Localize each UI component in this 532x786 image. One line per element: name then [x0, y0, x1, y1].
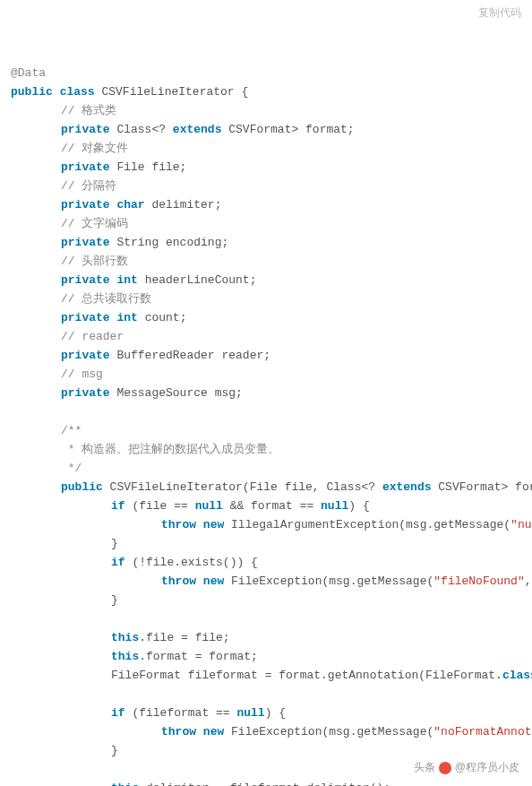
code-line: if (!file.exists()) {: [11, 553, 521, 572]
code-line: throw new FileException(msg.getMessage("…: [11, 722, 521, 741]
code-line: [11, 685, 521, 704]
watermark-prefix: 头条: [414, 758, 435, 777]
code-line: // msg: [11, 365, 521, 384]
code-line: // 文字编码: [11, 214, 521, 233]
code-line: private int count;: [11, 308, 521, 327]
code-line: FileFormat fileformat = format.getAnnota…: [11, 666, 521, 685]
code-line: private char delimiter;: [11, 195, 521, 214]
code-line: this.format = format;: [11, 647, 521, 666]
code-line: @Data: [11, 64, 521, 82]
code-line: // 头部行数: [11, 252, 521, 271]
code-line: [11, 402, 521, 421]
code-line: this.delimiter = fileformat.delimiter();: [11, 779, 521, 786]
code-line: // 格式类: [11, 101, 521, 120]
code-line: // reader: [11, 327, 521, 346]
code-line: * 构造器。把注解的数据代入成员变量。: [11, 440, 521, 459]
code-lines-container: @Datapublic class CSVFileLineIterator {/…: [11, 64, 521, 786]
code-line: throw new IllegalArgumentException(msg.g…: [11, 515, 521, 534]
code-line: // 总共读取行数: [11, 289, 521, 308]
code-line: }: [11, 741, 521, 760]
code-line: private MessageSource msg;: [11, 384, 521, 402]
code-line: public class CSVFileLineIterator {: [11, 82, 521, 101]
code-line: }: [11, 591, 521, 609]
code-line: /**: [11, 421, 521, 440]
watermark-handle: @程序员小皮: [455, 758, 519, 777]
code-line: public CSVFileLineIterator(File file, Cl…: [11, 478, 521, 497]
code-line: if (fileformat == null) {: [11, 704, 521, 722]
code-block: 复制代码 @Datapublic class CSVFileLineIterat…: [0, 0, 532, 786]
code-line: // 分隔符: [11, 177, 521, 195]
copy-code-button[interactable]: 复制代码: [478, 4, 521, 22]
code-line: [11, 609, 521, 628]
code-line: */: [11, 459, 521, 478]
watermark: 头条 @程序员小皮: [414, 758, 519, 777]
code-line: throw new FileException(msg.getMessage("…: [11, 572, 521, 591]
code-line: private int headerLineCount;: [11, 271, 521, 289]
code-line: }: [11, 534, 521, 553]
code-line: private File file;: [11, 158, 521, 177]
code-line: private BufferedReader reader;: [11, 346, 521, 365]
code-line: private String encoding;: [11, 233, 521, 252]
code-line: if (file == null && format == null) {: [11, 497, 521, 515]
code-line: // 对象文件: [11, 139, 521, 158]
code-line: private Class<? extends CSVFormat> forma…: [11, 120, 521, 139]
code-line: this.file = file;: [11, 628, 521, 647]
watermark-logo-icon: [439, 762, 451, 774]
